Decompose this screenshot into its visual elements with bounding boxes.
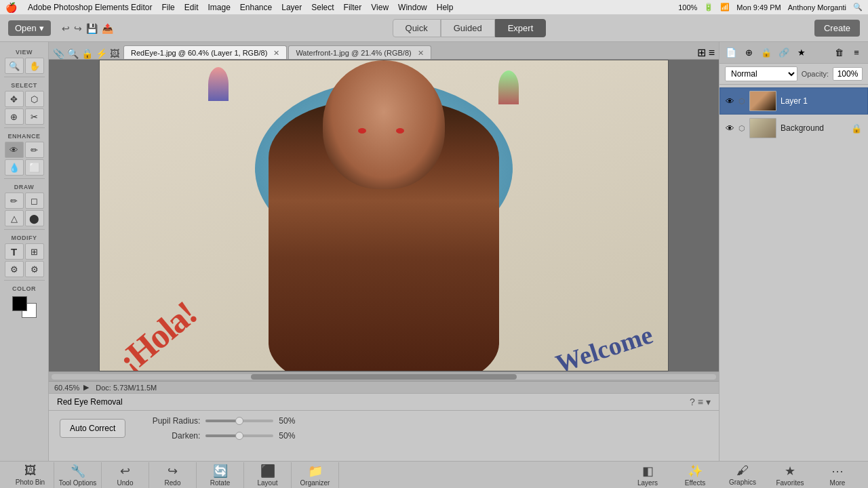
photo-bin-button[interactable]: 🖼 Photo Bin (7, 462, 54, 488)
menu-edit[interactable]: Edit (184, 3, 199, 12)
type-tool[interactable]: T (5, 243, 24, 260)
tab-icon-4[interactable]: ⚡ (96, 48, 107, 59)
tab-waterfront-close[interactable]: ✕ (418, 49, 424, 57)
foreground-color-swatch[interactable] (12, 296, 27, 311)
graphics-button[interactable]: 🖌 Graphics (719, 462, 766, 488)
tab-waterfront[interactable]: Waterfront-1.jpg @ 21.4% (RGB/8) ✕ (288, 45, 431, 59)
quick-select-tool[interactable]: ⊕ (5, 108, 24, 125)
menu-layer[interactable]: Layer (281, 3, 302, 12)
menu-enhance[interactable]: Enhance (240, 3, 272, 12)
panel-collapse-icon[interactable]: ≡ (709, 47, 715, 59)
link-icon[interactable]: 🔗 (776, 45, 791, 60)
layer-item-background[interactable]: 👁 ⬡ Background 🔒 (719, 115, 868, 142)
magic-wand-tool[interactable]: ✂ (25, 108, 44, 125)
lasso-tool[interactable]: ⬡ (25, 91, 44, 107)
shape-tool[interactable]: △ (5, 210, 24, 226)
redo-button[interactable]: ↪ Redo (149, 462, 197, 488)
tab-icon-1[interactable]: 📎 (53, 48, 64, 59)
bottom-bar: 🖼 Photo Bin 🔧 Tool Options ↩ Undo ↪ Redo… (0, 461, 868, 488)
layers-menu-icon[interactable]: ≡ (849, 45, 864, 60)
menu-view[interactable]: View (371, 3, 389, 12)
layer-item-layer1[interactable]: 👁 ⬡ Layer 1 (719, 87, 868, 115)
panel-expand-icon[interactable]: ⊞ (697, 46, 706, 59)
layer1-lock-icon[interactable]: ⬡ (738, 97, 745, 106)
pupil-radius-fill (205, 420, 239, 422)
undo-button[interactable]: ↩ Undo (102, 462, 149, 488)
background-lock-icon[interactable]: ⬡ (738, 124, 745, 133)
favorites-button[interactable]: ★ Favorites (766, 462, 814, 488)
blend-mode-select[interactable]: Normal (725, 66, 797, 81)
darken-slider[interactable] (205, 434, 273, 437)
sponge-tool[interactable]: ⬜ (25, 159, 44, 176)
tab-redeye-close[interactable]: ✕ (273, 49, 279, 57)
canvas-image[interactable]: ¡Hola! Welcome Undo Red Eye Removal Tool (99, 60, 669, 371)
hscroll-track[interactable] (52, 374, 716, 380)
move-tool[interactable]: ✥ (5, 91, 24, 107)
darken-value: 50% (279, 431, 299, 441)
effects-button[interactable]: ✨ Effects (671, 462, 719, 488)
healing-brush-tool[interactable]: ✏ (25, 142, 44, 158)
background-visibility-icon[interactable]: 👁 (726, 123, 734, 134)
tab-icon-5[interactable]: 🖼 (110, 48, 119, 59)
menu-file[interactable]: File (161, 3, 174, 12)
menu-window[interactable]: Window (398, 3, 427, 12)
layout-button[interactable]: ⬛ Layout (244, 462, 292, 488)
red-eye-left (358, 128, 366, 134)
eraser-tool[interactable]: ◻ (25, 192, 44, 209)
tool-options-button[interactable]: 🔧 Tool Options (54, 462, 102, 488)
more-button[interactable]: ⋯ More (814, 462, 861, 488)
undo-history-icon[interactable]: ↩ (62, 23, 70, 34)
status-arrow[interactable]: ▶ (83, 383, 89, 392)
duplicate-layer-icon[interactable]: ⊕ (741, 45, 756, 60)
guided-mode-button[interactable]: Guided (441, 19, 495, 37)
pupil-radius-slider[interactable] (205, 420, 273, 422)
delete-layer-icon[interactable]: 🗑 (831, 45, 846, 60)
hscroll-thumb[interactable] (251, 374, 517, 380)
rotate-button[interactable]: 🔄 Rotate (197, 462, 244, 488)
redo-history-icon[interactable]: ↪ (74, 23, 82, 34)
layer-style-icon[interactable]: ★ (794, 45, 809, 60)
pupil-radius-thumb[interactable] (235, 417, 243, 425)
help-icon[interactable]: ? (690, 396, 695, 407)
quick-mode-button[interactable]: Quick (393, 19, 441, 37)
create-button[interactable]: Create (814, 20, 860, 37)
layers-panel-button[interactable]: ◧ Layers (624, 462, 671, 488)
darken-thumb[interactable] (235, 432, 243, 440)
lock-icon[interactable]: 🔒 (759, 45, 774, 60)
blend-mode-row: Normal Opacity: (719, 64, 868, 85)
apple-menu[interactable]: 🍎 (5, 2, 17, 13)
menu-image[interactable]: Image (208, 3, 230, 12)
layer1-visibility-icon[interactable]: 👁 (726, 96, 734, 106)
tab-icon-2[interactable]: 🔍 (67, 48, 79, 59)
search-icon[interactable]: 🔍 (853, 3, 863, 12)
canvas-container[interactable]: ¡Hola! Welcome Undo Red Eye Removal Tool (49, 60, 719, 371)
crop-tool[interactable]: ⊞ (25, 243, 44, 260)
recompose-tool[interactable]: ⚙ (5, 261, 24, 277)
pan-tool[interactable]: ✋ (25, 58, 44, 74)
menu-filter[interactable]: Filter (344, 3, 362, 12)
menu-help[interactable]: Help (437, 3, 454, 12)
menu-select[interactable]: Select (311, 3, 334, 12)
undo-label: Undo (117, 479, 134, 487)
expert-mode-button[interactable]: Expert (495, 19, 547, 37)
auto-correct-button[interactable]: Auto Correct (60, 419, 125, 438)
tool-options-close-icon[interactable]: ▾ (706, 396, 711, 407)
zoom-tool[interactable]: 🔍 (5, 58, 24, 74)
save-icon[interactable]: 💾 (86, 23, 98, 34)
brush-tool[interactable]: ✏ (5, 192, 24, 209)
canvas-hscroll[interactable] (49, 371, 719, 381)
tab-redeye[interactable]: RedEye-1.jpg @ 60.4% (Layer 1, RGB/8) ✕ (123, 45, 287, 59)
tool-options-menu-icon[interactable]: ≡ (698, 396, 703, 407)
content-aware-move-tool[interactable]: ⚙ (25, 261, 44, 277)
tab-icon-3[interactable]: 🔒 (81, 48, 93, 59)
new-layer-icon[interactable]: 📄 (724, 45, 738, 60)
more-label: More (830, 479, 846, 487)
fill-tool[interactable]: ⬤ (25, 210, 44, 226)
organizer-button[interactable]: 📁 Organizer (292, 462, 339, 488)
open-button[interactable]: Open ▾ (8, 20, 51, 36)
opacity-input[interactable] (833, 67, 863, 81)
blur-tool[interactable]: 💧 (5, 159, 24, 176)
share-icon[interactable]: 📤 (102, 23, 113, 34)
redeye-tool[interactable]: 👁 (5, 142, 24, 158)
pupil-radius-value: 50% (279, 416, 299, 426)
